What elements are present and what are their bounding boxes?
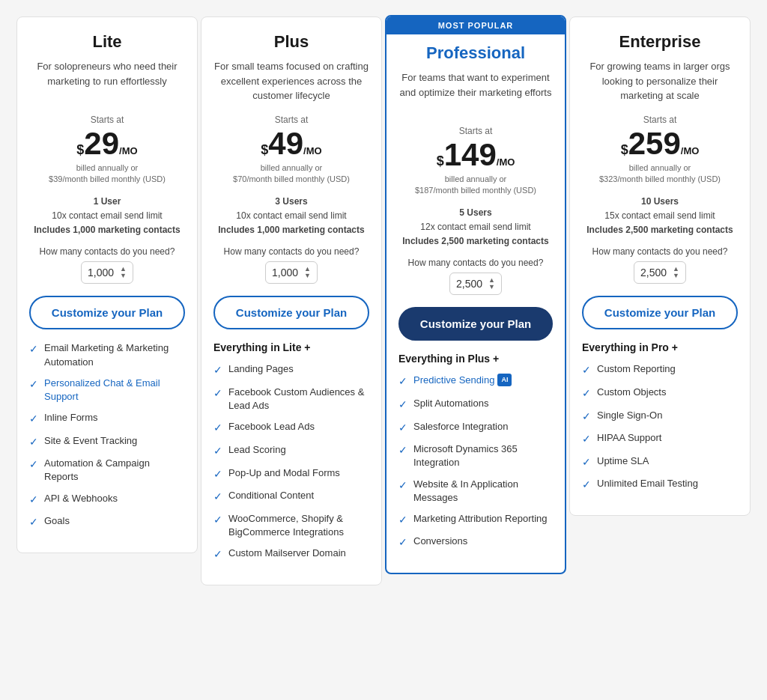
plan-users-lite: 1 User 10x contact email send limit Incl… <box>29 195 185 238</box>
feature-item-enterprise-4: ✓Uptime SLA <box>582 454 738 470</box>
contacts-value-plus: 1,000 <box>272 267 298 279</box>
check-icon-professional-4: ✓ <box>398 478 407 493</box>
price-mo-enterprise: /MO <box>681 145 700 156</box>
plan-description-plus: For small teams focused on crafting exce… <box>213 59 369 104</box>
contacts-value-lite: 1,000 <box>88 267 114 279</box>
contacts-input-professional[interactable]: 2,500 ▲ ▼ <box>449 273 502 295</box>
feature-list-professional: ✓Predictive SendingAI ✓Split Automations… <box>398 374 553 550</box>
check-icon-professional-3: ✓ <box>398 443 407 458</box>
plan-name-plus: Plus <box>213 32 369 52</box>
feature-text-lite-0: Email Marketing & Marketing Automation <box>44 341 185 368</box>
feature-text-plus-4: Pop-Up and Modal Forms <box>228 466 340 480</box>
check-icon-lite-0: ✓ <box>29 342 38 357</box>
feature-item-plus-1: ✓Facebook Custom Audiences & Lead Ads <box>213 386 369 413</box>
feature-item-enterprise-3: ✓HIPAA Support <box>582 431 738 447</box>
feature-text-enterprise-0: Custom Reporting <box>597 362 676 376</box>
plan-card-lite: LiteFor solopreneurs who need their mark… <box>16 16 198 553</box>
feature-item-plus-3: ✓Lead Scoring <box>213 443 369 459</box>
feature-text-plus-7: Custom Mailserver Domain <box>228 547 346 560</box>
everything-in-enterprise: Everything in Pro + <box>582 341 738 353</box>
check-icon-lite-6: ✓ <box>29 515 38 530</box>
billed-note-enterprise: billed annually or$323/month billed mont… <box>582 162 738 186</box>
contacts-selector-enterprise[interactable]: 2,500 ▲ ▼ <box>582 261 738 284</box>
plan-name-enterprise: Enterprise <box>582 32 738 52</box>
check-icon-lite-5: ✓ <box>29 493 38 508</box>
feature-text-professional-2: Salesforce Integration <box>413 420 508 433</box>
feature-text-enterprise-5: Unlimited Email Testing <box>597 477 698 490</box>
feature-item-plus-6: ✓WooCommerce, Shopify & BigCommerce Inte… <box>213 512 369 539</box>
feature-list-lite: ✓Email Marketing & Marketing Automation … <box>29 341 185 530</box>
feature-item-plus-5: ✓Conditional Content <box>213 489 369 505</box>
feature-item-plus-4: ✓Pop-Up and Modal Forms <box>213 466 369 482</box>
feature-text-plus-3: Lead Scoring <box>228 443 286 457</box>
price-row-plus: $ 49 /MO <box>213 128 369 159</box>
cta-button-professional[interactable]: Customize your Plan <box>398 307 553 341</box>
check-icon-professional-0: ✓ <box>398 374 407 389</box>
feature-text-enterprise-1: Custom Objects <box>597 386 666 399</box>
starts-at-lite: Starts at <box>29 115 185 125</box>
check-icon-enterprise-4: ✓ <box>582 455 591 470</box>
feature-text-lite-5: API & Webhooks <box>44 492 118 505</box>
feature-item-enterprise-1: ✓Custom Objects <box>582 386 738 401</box>
feature-link-professional-0[interactable]: Predictive Sending <box>413 374 494 387</box>
contacts-input-enterprise[interactable]: 2,500 ▲ ▼ <box>634 261 686 284</box>
billed-note-professional: billed annually or$187/month billed mont… <box>398 174 553 197</box>
price-amount-plus: 49 <box>268 128 303 159</box>
feature-text-plus-1: Facebook Custom Audiences & Lead Ads <box>228 386 369 413</box>
feature-list-plus: ✓Landing Pages ✓Facebook Custom Audience… <box>213 362 369 561</box>
price-mo-lite: /MO <box>119 145 138 156</box>
price-dollar-lite: $ <box>76 142 84 158</box>
feature-text-enterprise-3: HIPAA Support <box>597 431 661 445</box>
feature-item-lite-2: ✓Inline Forms <box>29 411 185 427</box>
check-icon-professional-5: ✓ <box>398 513 407 528</box>
price-row-professional: $ 149 /MO <box>398 139 553 171</box>
price-dollar-enterprise: $ <box>621 142 628 158</box>
spinner-lite[interactable]: ▲ ▼ <box>120 266 127 279</box>
feature-item-professional-3: ✓Microsoft Dynamics 365 Integration <box>398 442 553 469</box>
price-dollar-plus: $ <box>261 142 268 158</box>
contacts-input-lite[interactable]: 1,000 ▲ ▼ <box>81 261 133 284</box>
feature-text-professional-3: Microsoft Dynamics 365 Integration <box>413 442 553 469</box>
check-icon-lite-3: ✓ <box>29 435 38 450</box>
feature-item-professional-0: ✓Predictive SendingAI <box>398 374 553 389</box>
billed-note-plus: billed annually or$70/month billed month… <box>213 162 369 186</box>
contacts-selector-professional[interactable]: 2,500 ▲ ▼ <box>398 273 553 295</box>
check-icon-enterprise-5: ✓ <box>582 478 591 493</box>
contacts-selector-lite[interactable]: 1,000 ▲ ▼ <box>29 261 185 284</box>
feature-item-enterprise-0: ✓Custom Reporting <box>582 362 738 378</box>
cta-button-enterprise[interactable]: Customize your Plan <box>582 296 738 329</box>
cta-button-plus[interactable]: Customize your Plan <box>213 296 369 329</box>
contacts-input-plus[interactable]: 1,000 ▲ ▼ <box>265 261 318 284</box>
spinner-plus[interactable]: ▲ ▼ <box>304 266 311 279</box>
starts-at-plus: Starts at <box>213 115 369 125</box>
price-dollar-professional: $ <box>437 153 444 169</box>
check-icon-plus-5: ✓ <box>213 490 222 505</box>
feature-item-professional-6: ✓Conversions <box>398 535 553 550</box>
feature-text-professional-5: Marketing Attribution Reporting <box>413 512 547 526</box>
spinner-professional[interactable]: ▲ ▼ <box>488 277 495 290</box>
check-icon-plus-2: ✓ <box>213 421 222 436</box>
feature-text-professional-4: Website & In Application Messages <box>413 478 553 505</box>
plan-card-professional: MOST POPULARProfessionalFor teams that w… <box>385 15 566 574</box>
feature-item-enterprise-2: ✓Single Sign-On <box>582 409 738 424</box>
feature-item-plus-0: ✓Landing Pages <box>213 362 369 378</box>
everything-in-plus: Everything in Lite + <box>213 341 369 353</box>
feature-text-lite-2: Inline Forms <box>44 411 98 424</box>
everything-in-professional: Everything in Plus + <box>398 353 553 365</box>
contacts-value-professional: 2,500 <box>456 278 482 290</box>
cta-button-lite[interactable]: Customize your Plan <box>29 296 185 329</box>
check-icon-enterprise-2: ✓ <box>582 410 591 424</box>
contacts-selector-plus[interactable]: 1,000 ▲ ▼ <box>213 261 369 284</box>
plan-card-plus: PlusFor small teams focused on crafting … <box>201 16 382 585</box>
spinner-enterprise[interactable]: ▲ ▼ <box>673 266 679 279</box>
feature-text-plus-5: Conditional Content <box>228 489 314 502</box>
feature-list-enterprise: ✓Custom Reporting ✓Custom Objects ✓Singl… <box>582 362 738 493</box>
most-popular-badge: MOST POPULAR <box>386 16 565 34</box>
starts-at-enterprise: Starts at <box>582 115 738 125</box>
feature-item-lite-5: ✓API & Webhooks <box>29 492 185 508</box>
check-icon-plus-7: ✓ <box>213 547 222 562</box>
feature-text-plus-0: Landing Pages <box>228 362 294 376</box>
feature-item-plus-2: ✓Facebook Lead Ads <box>213 420 369 436</box>
feature-link-lite-1[interactable]: Personalized Chat & Email Support <box>44 377 185 404</box>
feature-item-lite-3: ✓Site & Event Tracking <box>29 434 185 450</box>
